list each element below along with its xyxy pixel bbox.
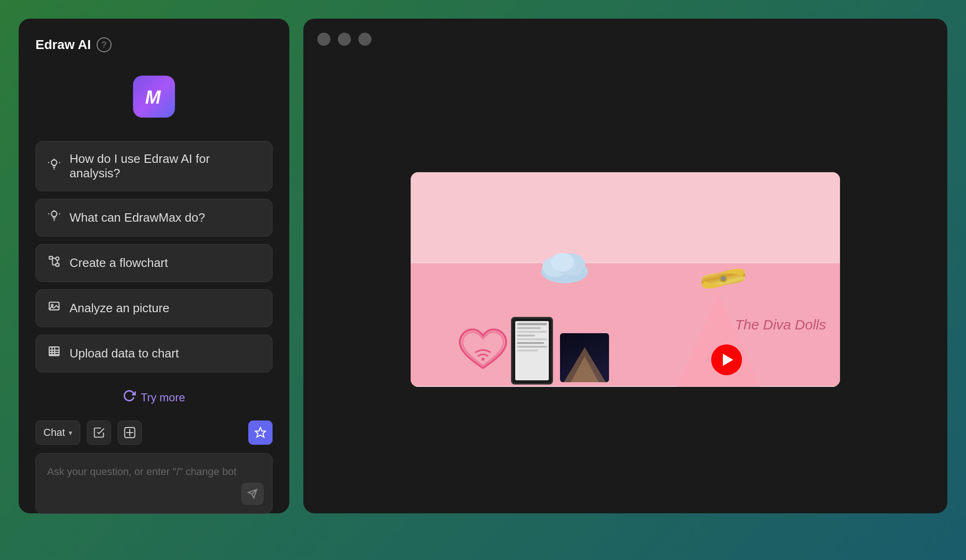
bulb-icon-1 [47,158,61,175]
suggestion-text-5: Upload data to chart [70,346,179,361]
window-dot-2 [338,33,351,46]
try-more-button[interactable]: Try more [35,384,273,411]
chat-controls: Chat ▾ [35,420,273,445]
chat-mode-dropdown[interactable]: Chat ▾ [35,420,80,445]
svg-point-11 [56,257,59,260]
svg-point-32 [551,253,574,272]
preview-area: The Diva Dolls [317,60,933,499]
logo-area: M [35,76,273,118]
suggestion-item-flowchart[interactable]: Create a flowchart [35,244,273,282]
suggestion-item-edrawmax[interactable]: What can EdrawMax do? [35,199,273,237]
heart-element [457,324,509,378]
svg-point-1 [51,160,57,165]
help-icon[interactable]: ? [97,37,112,52]
suggestion-list: How do I use Edraw AI for analysis? What… [35,141,273,372]
top-line [411,262,840,263]
suggestion-text-2: What can EdrawMax do? [70,210,205,225]
suggestion-text-4: Analyze an picture [70,301,169,315]
diva-dolls-text: The Diva Dolls [735,317,826,333]
refresh-icon [123,389,136,406]
suggestion-text-3: Create a flowchart [70,256,168,270]
suggestion-item-analysis[interactable]: How do I use Edraw AI for analysis? [35,141,273,191]
panel-header: Edraw AI ? [35,37,273,52]
suggestion-item-picture[interactable]: Analyze an picture [35,289,273,327]
svg-point-38 [721,276,726,281]
window-dot-1 [317,33,330,46]
svg-point-5 [51,211,57,217]
bottom-line [411,386,840,387]
history-button[interactable] [87,420,111,445]
panel-title: Edraw AI [35,37,91,52]
window-controls [317,33,933,46]
cloud-element [537,246,593,285]
svg-marker-25 [255,427,266,437]
preview-card: The Diva Dolls [411,172,840,387]
left-panel: Edraw AI ? M [19,19,289,513]
picture-icon [47,300,61,316]
svg-point-17 [51,304,53,306]
new-chat-button[interactable] [118,420,142,445]
svg-point-28 [482,358,485,361]
bottom-area: Chat ▾ [35,411,273,514]
window-dot-3 [358,33,371,46]
photo-element [560,333,609,382]
svg-text:M: M [145,87,161,107]
right-panel: The Diva Dolls [303,19,947,513]
ai-features-button[interactable] [248,420,273,445]
chat-input-area[interactable]: Ask your question, or enter "/" change b… [35,453,273,514]
chevron-down-icon: ▾ [69,428,72,437]
suggestion-text-1: How do I use Edraw AI for analysis? [70,152,261,181]
cd-element [700,255,747,304]
suggestion-item-chart[interactable]: Upload data to chart [35,335,273,372]
chart-icon [47,345,61,362]
logo-svg: M [141,84,167,109]
preview-bottom: The Diva Dolls [411,262,840,387]
svg-rect-10 [56,264,59,266]
try-more-label: Try more [140,391,185,404]
youtube-element [711,344,742,375]
device-element [511,317,553,385]
chat-dropdown-label: Chat [43,427,65,439]
send-button[interactable] [241,483,264,505]
bulb-icon-2 [47,210,61,226]
flowchart-icon [47,255,61,271]
preview-top [411,172,840,262]
chat-input-placeholder: Ask your question, or enter "/" change b… [47,466,237,477]
app-logo: M [133,76,175,118]
